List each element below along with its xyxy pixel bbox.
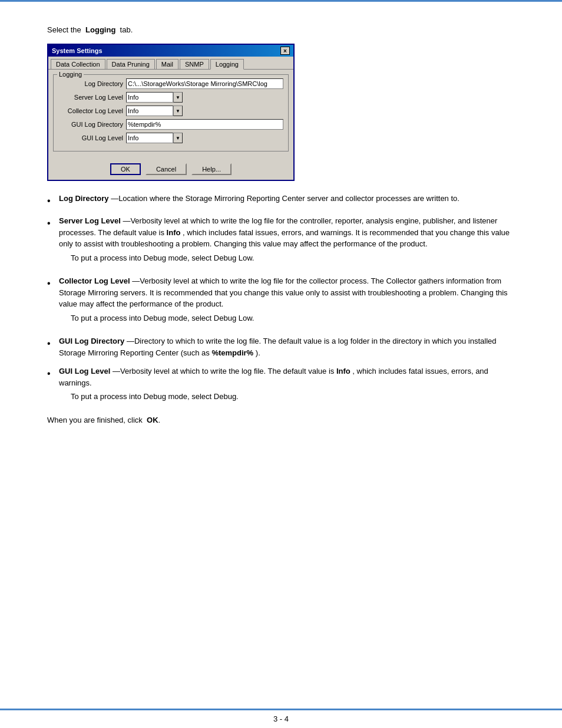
logging-group: Logging Log Directory Server Log Level ▼	[53, 74, 289, 151]
collector-log-level-wrapper: ▼	[126, 106, 183, 116]
collector-log-level-arrow[interactable]: ▼	[173, 106, 183, 116]
final-text: When you are finished, click	[47, 416, 143, 424]
bullet-5-subpara: To put a process into Debug mode, select…	[71, 391, 515, 403]
bullet-1-dot	[47, 194, 59, 208]
intro-text-before: Select the	[47, 25, 81, 34]
bullet-2-dot	[47, 216, 59, 230]
gui-log-level-wrapper: ▼	[126, 133, 183, 143]
bullet-2-text: Server Log Level —Verbosity level at whi…	[59, 215, 515, 268]
final-link: OK	[147, 416, 158, 424]
bullet-1-term: Log Directory	[59, 194, 109, 203]
bullet-4-desc2: ).	[256, 348, 260, 357]
main-content: Select the Logging tab. System Settings …	[0, 2, 562, 461]
collector-log-level-label: Collector Log Level	[58, 107, 123, 114]
description-list: Log Directory —Location where the Storag…	[47, 193, 515, 407]
dialog-screenshot: System Settings × Data Collection Data P…	[47, 44, 295, 181]
ok-button[interactable]: OK	[110, 163, 141, 175]
bullet-2-term: Server Log Level	[59, 216, 121, 225]
gui-log-level-row: GUI Log Level ▼	[58, 133, 283, 143]
cancel-button[interactable]: Cancel	[146, 163, 187, 175]
bullet-3-text: Collector Log Level —Verbosity level at …	[59, 275, 515, 328]
tab-snmp[interactable]: SNMP	[180, 59, 209, 69]
dialog-title: System Settings	[52, 47, 103, 54]
gui-log-directory-label: GUI Log Directory	[58, 121, 123, 128]
collector-log-level-row: Collector Log Level ▼	[58, 106, 283, 116]
tab-reference: Logging	[85, 25, 115, 34]
list-item-log-directory: Log Directory —Location where the Storag…	[47, 193, 515, 208]
page-number: 3 - 4	[273, 714, 289, 723]
server-log-level-label: Server Log Level	[58, 94, 123, 101]
gui-log-directory-input[interactable]	[126, 119, 283, 130]
dialog-close-button[interactable]: ×	[280, 47, 290, 55]
bullet-2-default: Info	[167, 228, 181, 237]
dialog-tab-bar: Data Collection Data Pruning Mail SNMP L…	[48, 57, 293, 70]
collector-log-level-input[interactable]	[126, 106, 173, 116]
log-directory-label: Log Directory	[58, 80, 123, 87]
dialog-button-bar: OK Cancel Help...	[48, 161, 293, 180]
server-log-level-input[interactable]	[126, 92, 173, 103]
list-item-gui-log-level: GUI Log Level —Verbosity level at which …	[47, 365, 515, 407]
bullet-5-desc: —Verbosity level at which to write the l…	[113, 367, 336, 375]
list-item-collector-log-level: Collector Log Level —Verbosity level at …	[47, 275, 515, 328]
gui-log-directory-row: GUI Log Directory	[58, 119, 283, 130]
bullet-3-term: Collector Log Level	[59, 276, 130, 285]
server-log-level-arrow[interactable]: ▼	[173, 92, 183, 103]
bullet-4-text: GUI Log Directory —Directory to which to…	[59, 335, 515, 358]
help-button[interactable]: Help...	[191, 163, 232, 175]
gui-log-level-label: GUI Log Level	[58, 134, 123, 141]
log-directory-row: Log Directory	[58, 78, 283, 89]
intro-paragraph: Select the Logging tab.	[47, 25, 515, 34]
bullet-1-desc: —Location where the Storage Mirroring Re…	[111, 194, 459, 203]
final-paragraph: When you are finished, click OK.	[47, 414, 515, 426]
server-log-level-row: Server Log Level ▼	[58, 92, 283, 103]
bullet-3-dot	[47, 276, 59, 291]
system-settings-dialog: System Settings × Data Collection Data P…	[47, 44, 295, 181]
dialog-body: Logging Log Directory Server Log Level ▼	[48, 70, 293, 161]
top-border	[0, 0, 562, 2]
gui-log-level-input[interactable]	[126, 133, 173, 143]
bullet-3-subpara: To put a process into Debug mode, select…	[71, 312, 515, 324]
bullet-2-subpara: To put a process into Debug mode, select…	[71, 252, 515, 264]
bullet-5-term: GUI Log Level	[59, 367, 110, 375]
list-item-gui-log-directory: GUI Log Directory —Directory to which to…	[47, 335, 515, 358]
list-item-server-log-level: Server Log Level —Verbosity level at whi…	[47, 215, 515, 268]
tab-logging[interactable]: Logging	[210, 59, 244, 70]
gui-log-level-arrow[interactable]: ▼	[173, 133, 183, 143]
tab-data-collection[interactable]: Data Collection	[51, 59, 105, 69]
bullet-4-dot	[47, 337, 59, 351]
close-icon: ×	[283, 48, 287, 54]
intro-text-after: tab.	[120, 25, 133, 34]
tab-mail[interactable]: Mail	[156, 59, 178, 69]
bullet-1-text: Log Directory —Location where the Storag…	[59, 193, 515, 205]
bullet-5-default: Info	[336, 367, 351, 375]
bottom-border	[0, 709, 562, 710]
bullet-5-text: GUI Log Level —Verbosity level at which …	[59, 365, 515, 407]
bullet-4-default: %tempdir%	[211, 348, 253, 357]
bullet-4-desc: —Directory to which to write the log fil…	[59, 337, 497, 357]
bullet-4-term: GUI Log Directory	[59, 337, 124, 345]
group-legend: Logging	[57, 71, 84, 78]
server-log-level-wrapper: ▼	[126, 92, 183, 103]
tab-data-pruning[interactable]: Data Pruning	[107, 59, 155, 69]
log-directory-input[interactable]	[126, 78, 283, 89]
bullet-5-dot	[47, 367, 59, 381]
dialog-titlebar: System Settings ×	[48, 45, 293, 57]
